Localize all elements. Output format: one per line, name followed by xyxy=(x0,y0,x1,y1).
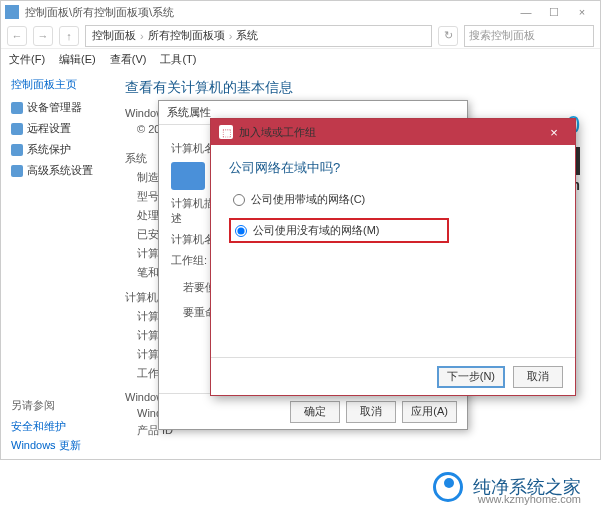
radio-with-domain[interactable]: 公司使用带域的网络(C) xyxy=(229,189,557,210)
control-panel-home-link[interactable]: 控制面板主页 xyxy=(11,77,101,92)
sidebar: 控制面板主页 设备管理器 远程设置 系统保护 高级系统设置 另请参阅 安全和维护… xyxy=(1,69,111,457)
watermark-url: www.kzmyhome.com xyxy=(478,493,581,505)
see-also-label: 另请参阅 xyxy=(11,398,101,413)
sidebar-item-device-manager[interactable]: 设备管理器 xyxy=(11,100,101,115)
network-icon: ⬚ xyxy=(219,125,233,139)
menu-file[interactable]: 文件(F) xyxy=(9,52,45,67)
shield-icon xyxy=(11,123,23,135)
breadcrumb-item[interactable]: 控制面板 xyxy=(92,28,136,43)
shield-icon xyxy=(11,102,23,114)
next-button[interactable]: 下一步(N) xyxy=(437,366,505,388)
search-input[interactable]: 搜索控制面板 xyxy=(464,25,594,47)
ok-button[interactable]: 确定 xyxy=(290,401,340,423)
close-button[interactable]: × xyxy=(541,121,567,143)
radio-input[interactable] xyxy=(235,225,247,237)
nav-up-button[interactable]: ↑ xyxy=(59,26,79,46)
breadcrumb-item[interactable]: 所有控制面板项 xyxy=(148,28,225,43)
dialog-question: 公司网络在域中吗? xyxy=(229,159,557,177)
watermark-logo-icon xyxy=(433,472,463,502)
breadcrumb[interactable]: 控制面板› 所有控制面板项› 系统 xyxy=(85,25,432,47)
shield-icon xyxy=(11,144,23,156)
maximize-button[interactable]: ☐ xyxy=(540,2,568,22)
nav-forward-button[interactable]: → xyxy=(33,26,53,46)
cancel-button[interactable]: 取消 xyxy=(513,366,563,388)
app-icon xyxy=(5,5,19,19)
window-title: 控制面板\所有控制面板项\系统 xyxy=(25,5,512,20)
radio-input[interactable] xyxy=(233,194,245,206)
breadcrumb-item[interactable]: 系统 xyxy=(236,28,258,43)
nav-back-button[interactable]: ← xyxy=(7,26,27,46)
see-also-update[interactable]: Windows 更新 xyxy=(11,438,101,453)
menu-view[interactable]: 查看(V) xyxy=(110,52,147,67)
see-also-security[interactable]: 安全和维护 xyxy=(11,419,101,434)
watermark: 纯净系统之家 www.kzmyhome.com xyxy=(0,467,601,507)
refresh-button[interactable]: ↻ xyxy=(438,26,458,46)
menu-tools[interactable]: 工具(T) xyxy=(160,52,196,67)
computer-icon xyxy=(171,162,205,190)
address-bar: ← → ↑ 控制面板› 所有控制面板项› 系统 ↻ 搜索控制面板 xyxy=(1,23,600,49)
sidebar-item-advanced[interactable]: 高级系统设置 xyxy=(11,163,101,178)
page-title: 查看有关计算机的基本信息 xyxy=(125,79,586,97)
join-domain-dialog: ⬚ 加入域或工作组 × 公司网络在域中吗? 公司使用带域的网络(C) 公司使用没… xyxy=(210,118,576,396)
titlebar: 控制面板\所有控制面板项\系统 — ☐ × xyxy=(1,1,600,23)
sidebar-item-protection[interactable]: 系统保护 xyxy=(11,142,101,157)
close-button[interactable]: × xyxy=(568,2,596,22)
sidebar-item-remote[interactable]: 远程设置 xyxy=(11,121,101,136)
apply-button[interactable]: 应用(A) xyxy=(402,401,457,423)
dialog-title: ⬚ 加入域或工作组 × xyxy=(211,119,575,145)
menu-edit[interactable]: 编辑(E) xyxy=(59,52,96,67)
shield-icon xyxy=(11,165,23,177)
radio-without-domain[interactable]: 公司使用没有域的网络(M) xyxy=(229,218,449,243)
menu-bar: 文件(F) 编辑(E) 查看(V) 工具(T) xyxy=(1,49,600,69)
minimize-button[interactable]: — xyxy=(512,2,540,22)
cancel-button[interactable]: 取消 xyxy=(346,401,396,423)
